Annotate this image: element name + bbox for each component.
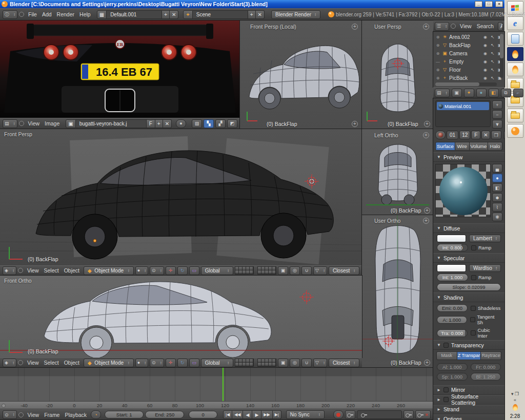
layers-grid-1[interactable] <box>235 266 254 275</box>
uv-edit-icon[interactable]: ▧ <box>192 119 202 128</box>
preview-world-icon[interactable]: ❋ <box>492 213 502 221</box>
toolbar-toggle-icon[interactable]: + <box>424 121 430 127</box>
snap-magnet-icon[interactable]: ∪ <box>301 266 312 275</box>
proportional-edit-icon[interactable]: ◎ <box>290 359 300 367</box>
specular-shader-select[interactable]: WardIso <box>469 264 501 272</box>
image-fake-user-button[interactable]: F <box>147 119 155 128</box>
lock-camera-icon[interactable]: ▣ <box>278 266 288 275</box>
editor-type-info-button[interactable]: ⓘ <box>3 10 17 19</box>
selectability-cursor-icon[interactable]: ↖ <box>491 43 496 48</box>
maximize-button[interactable]: □ <box>485 1 493 7</box>
pivot-point-button[interactable]: ⊙ <box>150 266 164 275</box>
transparency-checkbox[interactable] <box>443 343 449 348</box>
diffuse-shader-select[interactable]: Lambert <box>469 235 501 242</box>
viewport-front-ortho[interactable]: Front Ortho (0) BackFlap <box>0 276 362 358</box>
image-icon-button[interactable]: ▣ <box>66 119 75 128</box>
pin-id-button[interactable] <box>503 131 504 139</box>
shading-ambient-field[interactable]: A: 1.000 <box>437 316 467 324</box>
image-editor-canvas[interactable]: EB 16.4 EB 67 <box>0 20 240 118</box>
visibility-eye-icon[interactable]: ◉ <box>483 59 489 64</box>
image-menu-image[interactable]: Image <box>42 120 62 127</box>
expand-icon[interactable]: ⊕ <box>435 35 440 39</box>
diffuse-color-swatch[interactable] <box>437 235 466 242</box>
preview-cube-icon[interactable]: ◧ <box>492 183 502 192</box>
expand-icon[interactable]: ⊕ <box>435 68 440 72</box>
frame-start-field[interactable]: Start: 1 <box>105 411 144 418</box>
tab-scene-icon[interactable]: ✦ <box>464 89 474 97</box>
view3d-menu-view[interactable]: View <box>25 267 42 274</box>
minimize-button[interactable]: _ <box>475 1 482 7</box>
snap-target-select[interactable]: Closest <box>329 266 359 275</box>
toolbar-toggle-icon[interactable]: + <box>352 121 358 127</box>
expand-icon[interactable]: ⊕ <box>435 76 440 80</box>
view3d-menu-select[interactable]: Select <box>42 267 62 274</box>
material-type-tab-surface[interactable]: Surface <box>435 142 455 151</box>
specular-slope-slider[interactable]: Slope: 0.02099 <box>437 283 501 291</box>
manipulator-scale-icon[interactable]: ▭ <box>189 266 199 275</box>
editor-type-image-button[interactable]: ▤ <box>3 119 17 128</box>
outliner-item-backflap[interactable]: ⊕▽BackFlap◉↖▣ <box>435 41 504 49</box>
expand-icon[interactable]: ⊕ <box>435 43 440 48</box>
snap-element-icon[interactable]: ▽ <box>313 266 327 275</box>
timeline-scrollbar[interactable]: -40-200204060801001201401601802002202402… <box>0 401 433 409</box>
screen-add-button[interactable]: + <box>162 10 170 19</box>
selectability-cursor-icon[interactable]: ↖ <box>491 51 496 56</box>
selectability-cursor-icon[interactable]: ↖ <box>491 75 496 80</box>
lock-camera-icon[interactable]: ▣ <box>278 359 288 367</box>
view-properties-toggle-icon[interactable]: + <box>423 132 429 138</box>
prev-keyframe-button[interactable]: ◀◀ <box>232 410 243 419</box>
snap-element-icon[interactable]: ▽ <box>313 359 327 367</box>
pivot-point-button[interactable]: ⊙ <box>150 359 164 367</box>
close-button[interactable]: × <box>495 1 503 7</box>
taskbar-ie-button[interactable]: e <box>507 16 523 30</box>
editor-type-timeline-button[interactable]: ⊙ <box>3 410 17 419</box>
panel-preview[interactable]: ▼Preview <box>433 152 504 162</box>
material-type-tab-halo[interactable]: Halo <box>488 142 502 151</box>
image-menu-view[interactable]: View <box>26 120 43 127</box>
tangent-shading-checkbox[interactable]: Tangent Sh <box>470 314 501 325</box>
outliner-item-name[interactable]: Floor <box>449 67 482 73</box>
visibility-eye-icon[interactable]: ◉ <box>483 68 489 72</box>
paint-mode-icon[interactable]: ▚ <box>204 119 214 128</box>
panel-transparency[interactable]: ▼Transparency <box>433 340 504 350</box>
layers-grid-1[interactable] <box>235 359 254 367</box>
browse-material-button[interactable] <box>435 131 446 139</box>
collapse-menus-icon[interactable] <box>451 24 456 29</box>
scene-delete-button[interactable]: ✕ <box>256 10 265 19</box>
editor-type-properties-button[interactable]: ▤ <box>435 89 450 97</box>
image-name-field[interactable]: bugatti-veyron-back.j <box>76 119 147 128</box>
diffuse-ramp-checkbox[interactable]: Ramp <box>471 245 501 250</box>
visibility-eye-icon[interactable]: ◉ <box>483 35 489 39</box>
toolbar-toggle-icon[interactable]: + <box>424 360 430 366</box>
outliner-menu-search[interactable]: Search <box>474 23 496 29</box>
outliner-item-area-002[interactable]: ⊕☀Area.002◉↖▣ <box>435 33 504 41</box>
panel-subsurface-scattering[interactable]: ►Subsurface Scattering <box>433 395 504 405</box>
outliner-item-name[interactable]: BackFlap <box>449 43 482 48</box>
material-name-field[interactable]: 01 <box>447 131 458 139</box>
sss-checkbox[interactable] <box>443 397 449 402</box>
specular-color-swatch[interactable] <box>437 264 466 272</box>
viewport-shading-button[interactable]: ● <box>135 359 148 367</box>
shadeless-checkbox[interactable]: Shadeless <box>471 305 500 311</box>
tab-world-icon[interactable]: ● <box>476 89 487 97</box>
view3d-menu-view[interactable]: View <box>25 360 42 366</box>
manipulator-rotate-icon[interactable]: ↻ <box>177 266 188 275</box>
collapse-menus-icon[interactable] <box>18 268 23 273</box>
outliner-item-name[interactable]: Empty <box>449 59 482 65</box>
outliner-item-empty[interactable]: —+Empty◉↖▣ <box>435 57 504 66</box>
material-type-tab-wire[interactable]: Wire <box>455 142 470 151</box>
manipulator-translate-icon[interactable]: ✛ <box>166 359 176 367</box>
manipulator-translate-icon[interactable]: ✛ <box>166 266 176 275</box>
outliner-item-name[interactable]: PicBack <box>449 75 482 81</box>
slot-add-button[interactable]: + <box>492 100 502 109</box>
view3d-menu-object[interactable]: Object <box>62 360 82 366</box>
editor-type-outliner-button[interactable]: ☰ <box>435 22 449 31</box>
tab-modifiers-icon[interactable]: ⌐ <box>513 89 523 97</box>
material-fake-user-button[interactable]: F <box>471 131 480 139</box>
blend-field[interactable]: Bl: 1.250 <box>471 373 501 381</box>
view-properties-toggle-icon[interactable]: + <box>423 24 429 30</box>
play-reverse-button[interactable]: ◀ <box>243 410 252 419</box>
timeline-menu-frame[interactable]: Frame <box>42 412 62 418</box>
view3d-menu-object[interactable]: Object <box>62 267 82 274</box>
viewport-user-ortho[interactable]: User Ortho + (0) BackFlap + <box>362 215 433 368</box>
